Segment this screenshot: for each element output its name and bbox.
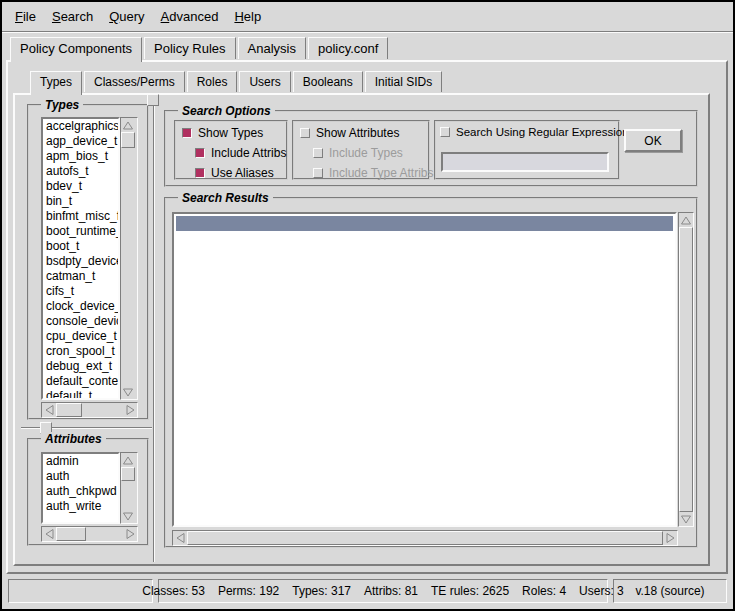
scroll-down-icon[interactable] — [121, 509, 135, 523]
main-sash[interactable] — [153, 96, 155, 562]
types-list-item[interactable]: binfmt_misc_fs — [43, 209, 118, 224]
attributes-vscrollbar[interactable] — [120, 452, 138, 524]
status-stats-panel: Classes: 53Perms: 192Types: 317Attribs: … — [158, 579, 608, 603]
types-list-item[interactable]: debug_ext_t — [43, 359, 118, 374]
scrollbar-thumb[interactable] — [121, 132, 135, 148]
attributes-listbox[interactable]: adminauthauth_chkpwdauth_write — [41, 452, 120, 524]
types-list-item[interactable]: bsdpty_device_ — [43, 254, 118, 269]
attributes-list-item[interactable]: admin — [43, 454, 118, 469]
scroll-left-icon[interactable] — [173, 531, 187, 545]
types-list-item[interactable]: boot_t — [43, 239, 118, 254]
attributes-hscrollbar[interactable] — [41, 526, 138, 542]
scroll-right-icon[interactable] — [123, 527, 137, 541]
include-attribs-checkbox[interactable]: Include Attribs — [195, 146, 286, 160]
scrollbar-trough[interactable] — [121, 481, 137, 509]
types-list-item[interactable]: bdev_t — [43, 179, 118, 194]
types-listbox[interactable]: accelgraphics_eagp_device_tapm_bios_taut… — [41, 117, 120, 400]
screen: { "menu": { "items": ["File", "Search", … — [0, 0, 735, 611]
ok-button[interactable]: OK — [624, 129, 682, 152]
menu-advanced[interactable]: Advanced — [153, 5, 227, 28]
menu-bar: File Search Query Advanced Help — [2, 2, 733, 32]
types-list-item[interactable]: catman_t — [43, 269, 118, 284]
types-list-item[interactable]: agp_device_t — [43, 134, 118, 149]
types-list-item[interactable]: default_context — [43, 374, 118, 389]
policy-version: v.18 (source) — [635, 584, 704, 598]
search-results-label: Search Results — [178, 191, 273, 205]
types-frame-label: Types — [41, 98, 83, 112]
tab-roles[interactable]: Roles — [187, 71, 238, 92]
show-types-checkbox[interactable]: Show Types — [182, 126, 263, 140]
types-list-item[interactable]: cron_spool_t — [43, 344, 118, 359]
attributes-list-item[interactable]: auth_write — [43, 499, 118, 514]
types-hscrollbar[interactable] — [41, 402, 138, 418]
attributes-list-item[interactable]: auth — [43, 469, 118, 484]
include-attribs-label: Include Attribs — [211, 146, 286, 160]
checkbox-off-icon — [313, 148, 323, 158]
show-types-group: Show Types Include Attribs Use Aliases — [174, 120, 288, 180]
types-list-item[interactable]: accelgraphics_e — [43, 119, 118, 134]
scroll-down-icon[interactable] — [121, 385, 135, 399]
scroll-up-icon[interactable] — [679, 213, 693, 227]
attributes-frame-label: Attributes — [41, 432, 106, 446]
regex-checkbox[interactable]: Search Using Regular Expression — [440, 126, 629, 138]
show-attributes-group: Show Attributes Include Types Include Ty… — [292, 120, 430, 180]
types-list-item[interactable]: cpu_device_t — [43, 329, 118, 344]
types-list-item[interactable]: cifs_t — [43, 284, 118, 299]
include-type-attribs-checkbox[interactable]: Include Type Attribs — [313, 166, 434, 180]
types-list-item[interactable]: autofs_t — [43, 164, 118, 179]
types-list-item[interactable]: default_t — [43, 389, 118, 400]
results-vscrollbar[interactable] — [678, 212, 694, 527]
types-list-item[interactable]: bin_t — [43, 194, 118, 209]
scroll-up-icon[interactable] — [121, 118, 135, 132]
policy-stat: Roles: 4 — [522, 584, 566, 598]
menu-query[interactable]: Query — [101, 5, 152, 28]
scroll-right-icon[interactable] — [663, 531, 677, 545]
tab-booleans[interactable]: Booleans — [293, 71, 363, 92]
menu-help[interactable]: Help — [226, 5, 269, 28]
results-hscrollbar[interactable] — [172, 530, 678, 546]
scrollbar-thumb[interactable] — [56, 403, 82, 417]
scrollbar-trough[interactable] — [86, 527, 123, 541]
scroll-left-icon[interactable] — [42, 527, 56, 541]
tab-analysis[interactable]: Analysis — [238, 37, 306, 59]
tab-initial-sids[interactable]: Initial SIDs — [365, 71, 442, 92]
menu-search[interactable]: Search — [44, 5, 101, 28]
scroll-up-icon[interactable] — [121, 453, 135, 467]
scroll-right-icon[interactable] — [123, 403, 137, 417]
types-list-item[interactable]: console_device — [43, 314, 118, 329]
menu-file[interactable]: File — [7, 5, 44, 28]
include-types-checkbox[interactable]: Include Types — [313, 146, 403, 160]
scrollbar-thumb[interactable] — [56, 527, 86, 541]
scrollbar-trough[interactable] — [82, 403, 123, 417]
selected-line-highlight — [176, 216, 673, 231]
types-frame: Types accelgraphics_eagp_device_tapm_bio… — [27, 104, 149, 420]
checkbox-off-icon — [440, 127, 450, 137]
types-list-item[interactable]: boot_runtime_t — [43, 224, 118, 239]
tab-users[interactable]: Users — [239, 71, 290, 92]
scrollbar-trough[interactable] — [121, 148, 137, 385]
tab-policy-conf[interactable]: policy.conf — [308, 37, 388, 59]
use-aliases-checkbox[interactable]: Use Aliases — [195, 166, 274, 180]
types-list-item[interactable]: apm_bios_t — [43, 149, 118, 164]
main-sash-handle[interactable] — [147, 94, 159, 106]
tab-policy-components[interactable]: Policy Components — [10, 37, 142, 62]
tab-classes-perms[interactable]: Classes/Perms — [84, 71, 185, 92]
policy-stat: Classes: 53 — [142, 584, 205, 598]
show-attributes-checkbox[interactable]: Show Attributes — [300, 126, 399, 140]
scrollbar-thumb[interactable] — [187, 531, 663, 545]
types-vscrollbar[interactable] — [120, 117, 138, 400]
checkbox-off-icon — [300, 128, 310, 138]
types-list-item[interactable]: clock_device_t — [43, 299, 118, 314]
tab-types[interactable]: Types — [30, 71, 82, 95]
include-type-attribs-label: Include Type Attribs — [329, 166, 434, 180]
scrollbar-thumb[interactable] — [679, 227, 693, 512]
regex-group: Search Using Regular Expression — [434, 120, 620, 180]
scroll-down-icon[interactable] — [679, 512, 693, 526]
attributes-list-item[interactable]: auth_chkpwd — [43, 484, 118, 499]
scrollbar-thumb[interactable] — [121, 467, 135, 481]
tab-policy-rules[interactable]: Policy Rules — [144, 37, 236, 59]
search-results-text[interactable] — [172, 212, 677, 527]
checkbox-on-icon — [195, 148, 205, 158]
scroll-left-icon[interactable] — [42, 403, 56, 417]
regex-input[interactable] — [441, 152, 609, 172]
